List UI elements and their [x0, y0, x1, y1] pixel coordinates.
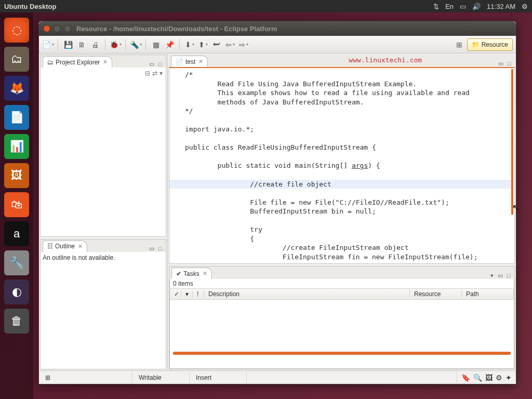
collapse-all-icon[interactable]: ⊟ [145, 70, 150, 77]
window-title: Resource - /home/linuxtechi/Downloads/te… [76, 25, 277, 33]
editor-tab-label: test [185, 58, 195, 65]
toggle-breadcrumb-button[interactable]: ▦ [150, 39, 162, 50]
minimize-icon[interactable] [54, 25, 61, 32]
clock[interactable]: 11:32 AM [487, 3, 515, 10]
main-toolbar: 📄 💾 🗎 🖨 🐞 🔦 ▦ 📌 ⬇ ⬆ ⮨ ⇦ ⇨ ⊞ 📁 Resource [39, 36, 516, 54]
status-writable: Writable [132, 371, 190, 384]
link-editor-icon[interactable]: ⇄ [152, 70, 157, 77]
tasks-scrollbar[interactable] [173, 352, 511, 355]
status-icon-4[interactable]: ⚙ [496, 374, 502, 382]
maximize-view-icon[interactable]: □ [156, 61, 164, 68]
print-button[interactable]: 🖨 [89, 39, 101, 50]
maximize-view-icon[interactable]: □ [506, 60, 513, 67]
desktop-title: Ubuntu Desktop [4, 3, 56, 10]
firefox-icon[interactable]: 🦊 [4, 76, 29, 101]
col-path[interactable]: Path [462, 290, 514, 298]
watermark: www.linuxtechi.com [349, 56, 422, 64]
amazon-icon[interactable]: a [4, 221, 29, 246]
language-indicator[interactable]: En [445, 3, 454, 10]
status-icon-2[interactable]: 🔍 [473, 374, 482, 382]
status-icon[interactable]: ⊞ [45, 374, 50, 381]
outline-body: An outline is not available. [41, 252, 166, 369]
close-icon[interactable]: ✕ [103, 59, 108, 65]
outline-tab[interactable]: ☷ Outline ✕ [43, 241, 87, 252]
status-icon-5[interactable]: ✦ [506, 374, 512, 382]
col-complete[interactable]: ✓ [170, 290, 181, 298]
close-icon[interactable]: ✕ [203, 270, 207, 277]
window-titlebar[interactable]: Resource - /home/linuxtechi/Downloads/te… [39, 21, 516, 36]
close-icon[interactable] [43, 25, 50, 32]
project-explorer-icon: 🗂 [47, 59, 54, 66]
maximize-icon[interactable] [64, 25, 71, 32]
tasks-count: 0 items [170, 279, 514, 288]
project-explorer-label: Project Explorer [56, 59, 100, 66]
outline-view: ☷ Outline ✕ ▭ □ An outline is not availa… [40, 239, 166, 369]
folder-icon: 📁 [472, 41, 480, 48]
pin-button[interactable]: 📌 [164, 39, 175, 50]
calc-icon[interactable]: 📊 [4, 134, 29, 159]
network-icon[interactable]: ⇅ [433, 3, 439, 10]
tasks-icon: ✔ [176, 270, 181, 277]
status-bar: ⊞ Writable Insert 🔖 🔍 🖼 ⚙ ✦ [39, 370, 516, 384]
tasks-view: ✔ Tasks ✕ ▾ ▭ □ 0 items ✓ ▾ ! [169, 266, 515, 369]
editor-tab-test[interactable]: 📄 test ✕ [171, 56, 208, 67]
tasks-tab[interactable]: ✔ Tasks ✕ [171, 268, 212, 279]
back-button[interactable]: ⮨ [211, 39, 222, 50]
battery-icon[interactable]: ▭ [460, 3, 466, 10]
save-button[interactable]: 💾 [62, 39, 74, 50]
save-all-button[interactable]: 🗎 [76, 39, 87, 50]
eclipse-icon[interactable]: ◐ [4, 280, 29, 304]
col-sort[interactable]: ▾ [181, 290, 193, 298]
next-annotation-button[interactable]: ⬇ [184, 39, 195, 50]
editor-body[interactable]: /* Read File Using Java BufferedInputStr… [169, 67, 515, 264]
editor-area: 📄 test ✕ www.linuxtechi.com ▭ □ /* Read … [169, 55, 515, 264]
tasks-header[interactable]: ✓ ▾ ! Description Resource Path [170, 288, 514, 300]
outline-icon: ☷ [47, 243, 53, 250]
dash-icon[interactable]: ◌ [4, 18, 29, 43]
status-icon-1[interactable]: 🔖 [461, 374, 470, 382]
tasks-label: Tasks [183, 270, 200, 277]
minimize-view-icon[interactable]: ▭ [497, 60, 504, 67]
maximize-view-icon[interactable]: □ [156, 245, 164, 252]
impress-icon[interactable]: 🖼 [4, 163, 29, 188]
col-priority[interactable]: ! [193, 290, 204, 298]
system-settings-icon[interactable]: 🔧 [4, 250, 29, 275]
file-icon: 📄 [176, 58, 183, 65]
ubuntu-topbar: Ubuntu Desktop ⇅ En ▭ 🔊 11:32 AM ⚙ [0, 0, 532, 12]
mouse-cursor: ↖ [512, 203, 519, 212]
forward-history-button[interactable]: ⇨ [238, 39, 249, 50]
close-icon[interactable]: ✕ [78, 243, 83, 250]
build-button[interactable]: 🐞 [110, 39, 121, 50]
outline-label: Outline [55, 243, 75, 250]
search-button[interactable]: 🔦 [130, 39, 141, 50]
view-menu-icon[interactable]: ▾ [488, 272, 496, 279]
prev-annotation-button[interactable]: ⬆ [197, 39, 209, 50]
back-history-button[interactable]: ⇦ [224, 39, 236, 50]
perspective-label: Resource [482, 41, 508, 48]
minimize-view-icon[interactable]: ▭ [148, 245, 155, 252]
project-explorer-view: 🗂 Project Explorer ✕ ▭ □ ⊟ ⇄ ▾ [40, 55, 166, 237]
view-menu-icon[interactable]: ▾ [159, 70, 163, 77]
project-explorer-body[interactable] [41, 79, 166, 236]
trash-icon[interactable]: 🗑 [4, 309, 29, 334]
status-icon-3[interactable]: 🖼 [485, 374, 493, 382]
project-explorer-tab[interactable]: 🗂 Project Explorer ✕ [43, 56, 112, 68]
col-resource[interactable]: Resource [410, 290, 462, 298]
gear-icon[interactable]: ⚙ [522, 3, 528, 10]
volume-icon[interactable]: 🔊 [472, 3, 481, 10]
resource-perspective-button[interactable]: 📁 Resource [467, 38, 513, 51]
files-icon[interactable]: 🗂 [4, 47, 29, 72]
maximize-view-icon[interactable]: □ [505, 272, 512, 279]
unity-launcher: ◌ 🗂 🦊 📄 📊 🖼 🛍 a 🔧 ◐ 🗑 [0, 12, 33, 399]
open-perspective-button[interactable]: ⊞ [454, 39, 465, 50]
new-button[interactable]: 📄 [42, 39, 54, 50]
status-insert: Insert [190, 371, 247, 384]
outline-empty-message: An outline is not available. [43, 254, 115, 261]
eclipse-window: Resource - /home/linuxtechi/Downloads/te… [38, 21, 516, 384]
minimize-view-icon[interactable]: ▭ [497, 272, 504, 279]
writer-icon[interactable]: 📄 [4, 105, 29, 130]
minimize-view-icon[interactable]: ▭ [148, 61, 155, 68]
software-center-icon[interactable]: 🛍 [4, 192, 29, 217]
col-description[interactable]: Description [204, 290, 410, 298]
close-icon[interactable]: ✕ [198, 58, 203, 65]
